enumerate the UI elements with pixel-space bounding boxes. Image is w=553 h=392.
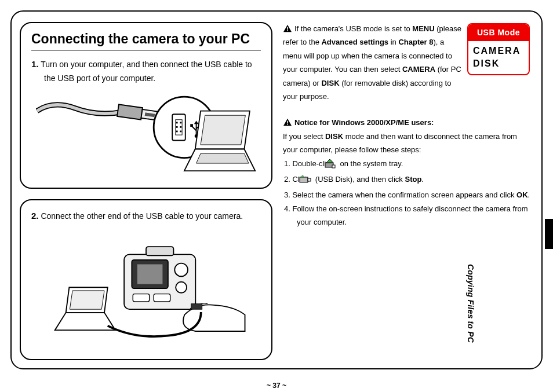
- svg-marker-24: [70, 291, 104, 309]
- svg-rect-11: [180, 130, 181, 132]
- svg-marker-22: [197, 153, 249, 163]
- svg-rect-6: [176, 122, 178, 123]
- svg-rect-32: [154, 294, 170, 301]
- note2-heading: Notice for Windows 2000/XP/ME users:: [294, 118, 434, 127]
- svg-point-29: [174, 263, 188, 276]
- svg-marker-46: [300, 175, 305, 177]
- svg-rect-39: [287, 121, 288, 124]
- warning-icon: [283, 23, 292, 31]
- step2-body: Connect the other end of the USB cable t…: [41, 211, 243, 221]
- svg-point-30: [176, 281, 187, 292]
- svg-rect-7: [180, 122, 181, 123]
- svg-rect-33: [146, 247, 173, 255]
- left-column: Connecting the camera to your PC 1. Turn…: [20, 22, 272, 360]
- warning-icon: [283, 117, 292, 125]
- svg-rect-36: [287, 27, 288, 30]
- svg-rect-16: [190, 124, 193, 127]
- note-windows-users: Notice for Windows 2000/XP/ME users: If …: [281, 116, 533, 229]
- card-step2: 2. Connect the other end of the USB cabl…: [20, 199, 272, 360]
- svg-rect-10: [176, 130, 178, 132]
- illustration-usb-to-pc: [31, 89, 261, 182]
- disconnect-step-2: 2. Click (USB Disk), and then click Stop…: [284, 173, 531, 188]
- svg-rect-34: [191, 303, 202, 309]
- svg-rect-0: [117, 104, 143, 119]
- page-frame: Connecting the camera to your PC 1. Turn…: [10, 10, 543, 369]
- disconnect-step-4: 4. Follow the on-screen instructions to …: [284, 202, 531, 229]
- disconnect-step-1: 1. Double-click on the system tray.: [284, 157, 531, 173]
- svg-rect-4: [172, 114, 185, 140]
- svg-rect-8: [176, 126, 178, 128]
- step1-text: 1. Turn on your computer, and then conne…: [31, 57, 261, 86]
- usb-mode-box: USB Mode CAMERA DISK: [467, 23, 530, 75]
- section-side-label: Copying Files to PC: [466, 264, 475, 362]
- note-usb-mode: USB Mode CAMERA DISK If the camera's USB…: [281, 22, 533, 103]
- svg-rect-37: [287, 30, 288, 31]
- step2-number: 2.: [31, 211, 39, 221]
- usb-mode-options: CAMERA DISK: [468, 41, 529, 74]
- svg-marker-25: [55, 313, 115, 330]
- note2-intro: If you select DISK mode and then want to…: [283, 130, 531, 157]
- svg-rect-45: [308, 178, 311, 181]
- svg-marker-20: [201, 115, 245, 145]
- svg-marker-42: [326, 159, 333, 163]
- svg-rect-9: [180, 126, 181, 128]
- svg-rect-40: [287, 124, 288, 125]
- right-column: USB Mode CAMERA DISK If the camera's USB…: [281, 22, 533, 360]
- usb-mode-camera: CAMERA: [473, 45, 524, 57]
- card-step1: Connecting the camera to your PC 1. Turn…: [20, 22, 272, 189]
- note1-text: If the camera's USB mode is set to MENU …: [283, 24, 461, 101]
- disconnect-steps: 1. Double-click on the system tray. 2. C…: [283, 157, 531, 229]
- svg-rect-44: [300, 177, 308, 182]
- illustration-usb-to-camera: [31, 226, 261, 353]
- page-number: ~ 37 ~: [0, 382, 553, 390]
- svg-rect-43: [332, 165, 335, 168]
- usb-mode-header: USB Mode: [468, 24, 529, 41]
- svg-rect-28: [137, 264, 163, 284]
- disconnect-step-3: 3. Select the camera when the confirmati…: [284, 188, 531, 202]
- step2-text: 2. Connect the other end of the USB cabl…: [31, 208, 261, 224]
- step1-number: 1.: [31, 59, 39, 69]
- usb-mode-disk: DISK: [473, 57, 524, 70]
- page-title: Connecting the camera to your PC: [31, 31, 261, 51]
- step1-body: Turn on your computer, and then connect …: [41, 60, 252, 83]
- svg-rect-31: [133, 294, 149, 301]
- section-tab-marker: [545, 219, 553, 249]
